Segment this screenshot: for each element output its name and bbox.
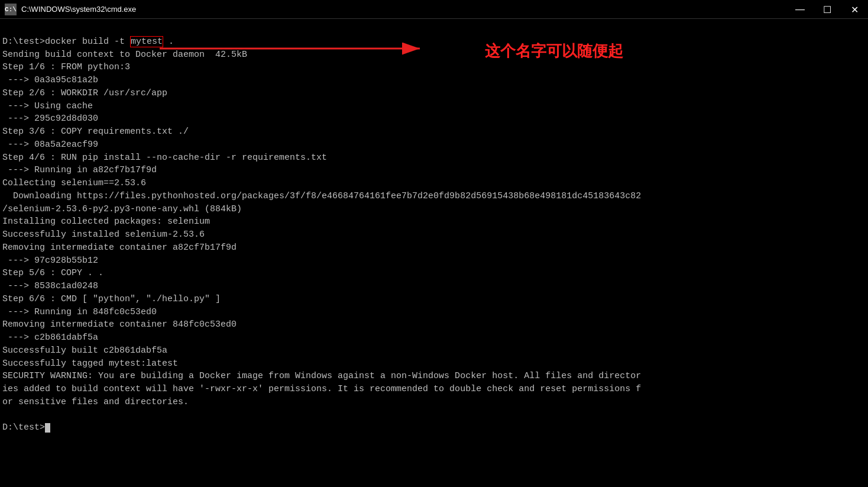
close-button[interactable]: ✕	[841, 0, 868, 19]
terminal-line-8: Step 3/6 : COPY requirements.txt ./	[2, 125, 866, 138]
terminal-line-29: or sensitive files and directories.	[2, 396, 866, 409]
terminal-line-20: ---> 8538c1ad0248	[2, 280, 866, 293]
terminal-line-26: Successfully tagged mytest:latest	[2, 357, 866, 370]
annotation-label: 这个名字可以随便起	[485, 40, 623, 63]
terminal-line-13: Downloading https://files.pythonhosted.o…	[2, 190, 866, 203]
terminal-output: D:\test>docker build -t mytest . Sending…	[0, 19, 868, 487]
terminal-line-17: Removing intermediate container a82cf7b1…	[2, 241, 866, 254]
terminal-line-31: D:\test>	[2, 421, 866, 434]
terminal-line-15: Installing collected packages: selenium	[2, 215, 866, 228]
terminal-line-1: D:\test>docker build -t mytest .	[2, 36, 866, 49]
terminal-line-24: ---> c2b861dabf5a	[2, 331, 866, 344]
terminal-line-0	[2, 22, 866, 36]
terminal-line-16: Successfully installed selenium-2.53.6	[2, 228, 866, 241]
terminal-line-28: ies added to build context will have '-r…	[2, 383, 866, 396]
titlebar: C:\ C:\WINDOWS\system32\cmd.exe — ☐ ✕	[0, 0, 868, 19]
terminal-line-4: ---> 0a3a95c81a2b	[2, 74, 866, 87]
terminal-line-23: Removing intermediate container 848fc0c5…	[2, 318, 866, 331]
terminal-line-14: /selenium-2.53.6-py2.py3-none-any.whl (8…	[2, 203, 866, 216]
terminal-line-9: ---> 08a5a2eacf99	[2, 138, 866, 151]
terminal-line-2: Sending build context to Docker daemon 4…	[2, 49, 866, 62]
terminal-line-11: ---> Running in a82cf7b17f9d	[2, 164, 866, 177]
terminal-line-19: Step 5/6 : COPY . .	[2, 267, 866, 280]
terminal-line-7: ---> 295c92d8d030	[2, 112, 866, 125]
terminal-line-30	[2, 409, 866, 422]
cmd-window: C:\ C:\WINDOWS\system32\cmd.exe — ☐ ✕ D:…	[0, 0, 868, 487]
terminal-line-22: ---> Running in 848fc0c53ed0	[2, 306, 866, 319]
cursor	[45, 423, 50, 433]
mytest-highlight: mytest	[130, 36, 163, 47]
terminal-line-12: Collecting selenium==2.53.6	[2, 177, 866, 190]
terminal-line-21: Step 6/6 : CMD [ "python", "./hello.py" …	[2, 293, 866, 306]
terminal-line-5: Step 2/6 : WORKDIR /usr/src/app	[2, 87, 866, 100]
window-title: C:\WINDOWS\system32\cmd.exe	[21, 5, 863, 14]
terminal-line-18: ---> 97c928b55b12	[2, 254, 866, 267]
terminal-line-3: Step 1/6 : FROM python:3	[2, 61, 866, 74]
minimize-button[interactable]: —	[786, 0, 814, 19]
terminal-line-10: Step 4/6 : RUN pip install --no-cache-di…	[2, 151, 866, 165]
maximize-button[interactable]: ☐	[814, 0, 841, 19]
terminal-line-6: ---> Using cache	[2, 100, 866, 113]
terminal-line-27: SECURITY WARNING: You are building a Doc…	[2, 370, 866, 383]
app-icon: C:\	[5, 4, 17, 15]
terminal-line-25: Successfully built c2b861dabf5a	[2, 344, 866, 357]
window-controls: — ☐ ✕	[786, 0, 868, 19]
